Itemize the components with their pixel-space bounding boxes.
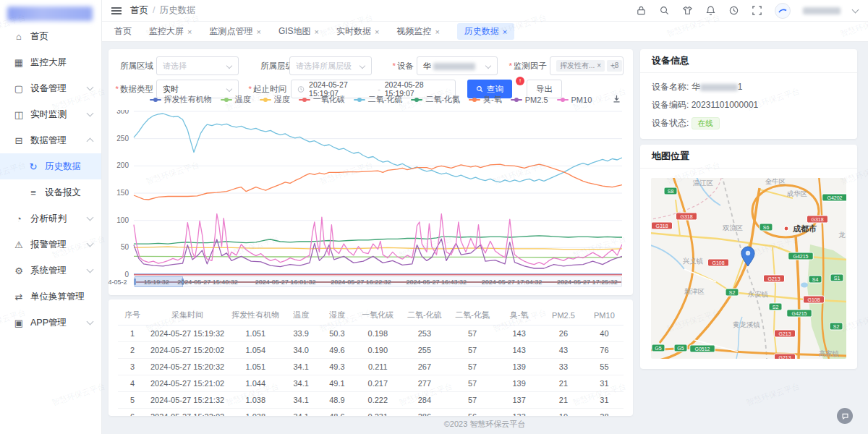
user-avatar[interactable]	[775, 3, 791, 19]
table-cell: 57	[448, 326, 496, 342]
sidebar-item-device[interactable]: ▢设备管理	[0, 75, 101, 101]
tab-label: 实时数据	[336, 25, 371, 38]
legend-item[interactable]: 二氧-化硫	[354, 94, 403, 105]
sidebar-item-home[interactable]: ⌂首页	[0, 23, 101, 49]
factor-label: *监测因子	[502, 56, 547, 75]
table-cell: 34.1	[283, 409, 319, 417]
table-cell: 1.044	[228, 375, 283, 392]
y-axis-tick: 300	[116, 110, 129, 115]
y-axis-tick: 100	[116, 216, 129, 224]
history-table-panel: 序号采集时间挥发性有机物温度湿度一氧化碳二氧-化硫二氧-化氮臭-氧PM2.5PM…	[109, 299, 633, 416]
map-label: G4215	[791, 311, 807, 316]
legend-item[interactable]: 臭-氧	[469, 94, 502, 105]
legend-marker	[557, 99, 569, 101]
tab-label: 首页	[114, 25, 132, 38]
theme-skin-icon[interactable]	[682, 5, 693, 16]
sidebar-item-alarm[interactable]: ⚠报警管理	[0, 231, 101, 258]
screen-icon: ▦	[13, 57, 25, 68]
tab-视频监控[interactable]: 视频监控×	[396, 25, 439, 38]
tab-close-icon[interactable]: ×	[503, 27, 507, 36]
legend-marker	[150, 99, 161, 101]
legend-item[interactable]: 挥发性有机物	[150, 94, 212, 105]
app-logo	[7, 7, 93, 21]
bell-icon[interactable]	[705, 5, 716, 16]
factor-tag[interactable]: 挥发性有... ×	[556, 60, 605, 72]
legend-item[interactable]: 二氧-化氮	[411, 94, 460, 105]
sidebar-item-analysis[interactable]: ◔分析研判	[0, 205, 101, 231]
tab-历史数据[interactable]: 历史数据×	[457, 23, 514, 40]
legend-item[interactable]: PM10	[557, 95, 592, 104]
chat-icon	[841, 412, 849, 420]
sidebar-item-message[interactable]: ≡设备报文	[0, 179, 101, 205]
table-cell: 34.1	[283, 392, 319, 409]
chat-fab-button[interactable]	[837, 408, 853, 424]
legend-label: 一氧化碳	[313, 94, 345, 105]
tab-close-icon[interactable]: ×	[187, 27, 192, 36]
legend-label: 臭-氧	[483, 94, 502, 105]
table-row: 52024-05-27 15:21:321.03834.148.90.22228…	[118, 392, 624, 409]
fullscreen-icon[interactable]	[752, 5, 762, 16]
history-line-chart[interactable]: 050100150200250300	[109, 110, 622, 278]
level-select[interactable]: 请选择所属层级	[289, 56, 372, 75]
app-icon: ▣	[13, 318, 25, 328]
sidebar-item-monitor[interactable]: ◫实时监测	[0, 101, 101, 127]
tab-监测点管理[interactable]: 监测点管理×	[209, 25, 260, 38]
chevron-down-icon	[87, 240, 94, 247]
tab-close-icon[interactable]: ×	[315, 27, 319, 36]
device-select[interactable]: 华	[417, 56, 498, 75]
table-cell: 49.1	[319, 375, 355, 392]
map-label: G318	[680, 214, 692, 219]
tab-首页[interactable]: 首页	[114, 25, 132, 38]
table-cell: 139	[496, 375, 542, 392]
sidebar-item-app[interactable]: ▣APP管理	[0, 310, 101, 336]
legend-item[interactable]: 温度	[221, 94, 251, 105]
map-label: G213	[778, 355, 791, 359]
sidebar-item-history[interactable]: ↻历史数据	[0, 153, 101, 179]
chevron-up-icon	[87, 138, 94, 145]
sidebar-item-data[interactable]: ⊟数据管理	[0, 127, 101, 153]
column-header: 采集时间	[147, 305, 228, 326]
lock-icon[interactable]	[636, 5, 647, 16]
tab-close-icon[interactable]: ×	[435, 27, 439, 36]
history-data-panel: 所属区域 请选择 所属层级 请选择所属层级 *设备 华 *监测因子 挥发性有..…	[109, 49, 633, 295]
breadcrumb-separator: /	[153, 5, 155, 15]
table-cell: 267	[401, 359, 448, 375]
search-icon[interactable]	[659, 5, 670, 16]
factor-more-tag[interactable]: +8	[607, 60, 622, 72]
table-cell: 55	[585, 359, 624, 375]
time-icon[interactable]	[728, 5, 739, 16]
chevron-down-icon	[87, 110, 94, 117]
legend-item[interactable]: 湿度	[260, 94, 290, 105]
table-row: 22024-05-27 15:20:021.05434.049.60.19025…	[118, 342, 624, 359]
table-cell: 76	[585, 342, 624, 359]
map-location-card: 地图位置	[640, 145, 857, 369]
tab-close-icon[interactable]: ×	[256, 27, 260, 36]
breadcrumb-root[interactable]: 首页	[130, 5, 148, 15]
device-icon: ▢	[13, 83, 25, 94]
legend-item[interactable]: PM2.5	[511, 95, 548, 104]
map-label: 永安镇	[747, 290, 769, 298]
datazoom-slider[interactable]: 4-05-215:19:322024-05-27 15:40:322024-05…	[134, 276, 622, 287]
table-cell: 34.1	[283, 359, 319, 375]
table-cell: 4	[118, 375, 147, 392]
chevron-down-icon	[87, 318, 94, 326]
table-cell: 28	[585, 409, 624, 417]
sidebar-item-screen[interactable]: ▦监控大屏	[0, 49, 101, 75]
tab-监控大屏[interactable]: 监控大屏×	[149, 25, 192, 38]
tab-close-icon[interactable]: ×	[375, 27, 379, 36]
download-chart-icon[interactable]	[612, 94, 621, 103]
tab-GIS地图[interactable]: GIS地图×	[278, 25, 319, 38]
y-axis-tick: 250	[116, 135, 129, 142]
legend-item[interactable]: 一氧化碳	[299, 94, 345, 105]
sidebar-item-system[interactable]: ⚙系统管理	[0, 258, 101, 284]
region-select[interactable]: 请选择	[156, 56, 239, 75]
factor-multiselect[interactable]: 挥发性有... ×+8	[550, 56, 624, 75]
device-code-row: 设备编码: 20231101000001	[640, 98, 857, 112]
tab-实时数据[interactable]: 实时数据×	[336, 25, 379, 38]
user-menu-chevron-icon[interactable]	[852, 6, 859, 13]
hamburger-icon[interactable]	[111, 7, 122, 14]
table-cell: 49.6	[319, 342, 355, 359]
sidebar-item-convert[interactable]: ⇄单位换算管理	[0, 284, 101, 310]
map-canvas[interactable]: 温江区金牛区成华区双流区龙兴义镇新津区永安镇黄龙溪镇高家镇S8G4202G318…	[651, 178, 846, 359]
username-redacted[interactable]	[803, 7, 841, 14]
